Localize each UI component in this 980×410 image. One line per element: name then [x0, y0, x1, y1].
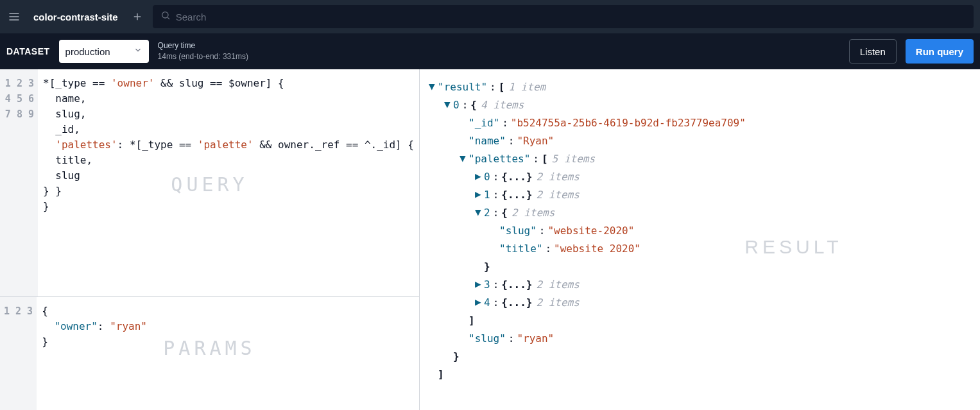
search-field[interactable] — [153, 5, 974, 28]
query-time-detail: 14ms (end-to-end: 331ms) — [158, 51, 248, 62]
dataset-select[interactable]: production — [59, 40, 149, 63]
params-watermark: PARAMS — [163, 341, 255, 356]
toggle-icon[interactable]: ▶ — [475, 167, 484, 185]
new-document-icon[interactable] — [130, 9, 145, 24]
toggle-icon[interactable]: ▼ — [444, 96, 453, 114]
query-time-label: Query time — [158, 40, 248, 51]
menu-icon[interactable] — [6, 9, 22, 24]
project-name: color-contrast-site — [30, 12, 122, 22]
svg-line-6 — [168, 17, 169, 19]
search-icon — [160, 10, 171, 23]
toggle-icon[interactable]: ▼ — [460, 149, 469, 167]
toggle-icon[interactable]: ▼ — [475, 203, 484, 221]
params-editor[interactable]: PARAMS 1 2 3 { "owner": "ryan" } — [0, 297, 419, 410]
result-pane: RESULT ▼"result":[1 item▼0:{4 items"_id"… — [420, 69, 980, 410]
query-editor[interactable]: QUERY 1 2 3 4 5 6 7 8 9 *[_type == 'owne… — [0, 69, 419, 297]
toggle-icon[interactable]: ▶ — [475, 275, 484, 293]
run-query-button[interactable]: Run query — [906, 39, 974, 64]
dataset-value: production — [65, 46, 110, 57]
svg-point-5 — [162, 12, 168, 18]
toggle-icon[interactable]: ▶ — [475, 293, 484, 311]
toggle-icon[interactable]: ▼ — [429, 78, 438, 96]
listen-button[interactable]: Listen — [849, 39, 897, 64]
search-input[interactable] — [176, 12, 966, 22]
query-time: Query time 14ms (end-to-end: 331ms) — [158, 40, 248, 62]
dataset-label: DATASET — [6, 46, 50, 56]
chevron-down-icon — [133, 46, 142, 57]
toggle-icon[interactable]: ▶ — [475, 185, 484, 203]
